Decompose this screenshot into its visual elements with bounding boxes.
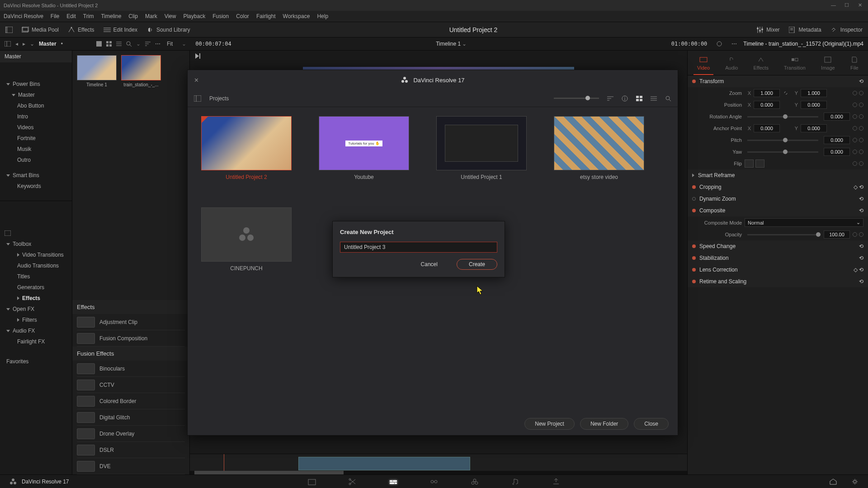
effects-toggle[interactable]: Effects [68,27,94,33]
keyframe-toggle[interactable] [853,91,857,95]
rotation-field[interactable]: 0.000 [824,113,850,121]
effects-header[interactable]: Effects [0,293,72,304]
cancel-button[interactable]: Cancel [409,259,449,270]
effect-item[interactable]: Adjustment Clip [77,314,185,330]
menu-item[interactable]: Workspace [283,13,310,19]
stabilization-header[interactable]: Stabilization⟲ [688,252,868,264]
project-card[interactable]: Untitled Project 2 [201,116,292,180]
thumbnail-size-slider[interactable] [554,98,599,99]
inspector-tab-file[interactable]: File [847,54,862,75]
scrollbar-handle[interactable] [194,471,344,474]
menu-item[interactable]: File [51,13,59,19]
zoom-x-field[interactable]: 1.000 [754,89,780,97]
edit-page-icon[interactable] [389,478,398,486]
composite-mode-dropdown[interactable]: Normal⌄ [745,218,863,227]
open-fx-item[interactable]: Filters [0,314,72,325]
effect-item[interactable]: Drone Overlay [77,426,185,442]
effect-item[interactable]: Colored Border [77,393,185,409]
timeline[interactable] [190,454,687,474]
search-icon[interactable] [126,41,132,47]
effect-item[interactable]: Binoculars [77,361,185,377]
zoom-fit-dropdown[interactable]: Fit [167,41,173,47]
timeline-clip[interactable] [298,457,470,470]
deliver-page-icon[interactable] [552,478,561,486]
project-card[interactable]: Youtube [319,116,409,180]
maximize-icon[interactable]: ☐ [844,2,851,9]
toolbox-item[interactable]: Audio Transitions [0,260,72,271]
anchor-y-field[interactable]: 0.000 [801,124,827,132]
more-icon[interactable]: ⋯ [731,41,737,47]
favorites-header[interactable]: Favorites [0,356,72,367]
effect-item[interactable]: DVE [77,458,185,474]
bin-view-icon[interactable] [5,41,11,47]
new-project-button[interactable]: New Project [524,418,575,430]
menu-item[interactable]: Edit [66,13,76,19]
close-icon[interactable]: ✕ [858,2,864,9]
toolbox-header[interactable]: Toolbox [0,239,72,249]
media-pool-toggle[interactable]: Media Pool [22,27,59,33]
inspector-tab-image[interactable]: Image [817,54,839,75]
menu-item[interactable]: Timeline [101,13,121,19]
grid-view-icon[interactable] [636,96,642,101]
more-icon[interactable]: ⋯ [155,41,160,47]
list-view-icon[interactable] [116,41,122,47]
fairlight-page-icon[interactable] [511,478,520,486]
metadata-toggle[interactable]: Metadata [789,27,821,33]
smart-reframe-header[interactable]: Smart Reframe [688,169,868,181]
mixer-toggle[interactable]: Mixer [756,27,779,33]
project-card[interactable]: CINEPUNCH [201,207,292,272]
list-view-icon[interactable] [651,96,657,101]
reset-icon[interactable]: ⟲ [859,78,863,84]
inspector-tab-video[interactable]: Video [693,54,713,75]
cut-page-icon[interactable] [348,478,357,486]
reset-prop-icon[interactable] [859,91,863,95]
media-thumb[interactable]: Timeline 1 [77,55,117,87]
project-card[interactable]: Untitled Project 1 [436,116,527,180]
yaw-field[interactable]: 0.000 [824,148,850,156]
bin-item[interactable]: Outro [0,155,72,165]
menu-item[interactable]: Playback [183,13,205,19]
sort-icon[interactable] [145,41,151,47]
bin-item[interactable]: Videos [0,122,72,133]
color-page-icon[interactable] [470,478,479,486]
close-button[interactable]: Close [634,418,669,430]
bin-item[interactable]: Musik [0,144,72,155]
grid-view-icon[interactable] [106,41,112,47]
sort-icon[interactable] [607,96,613,101]
toolbox-item[interactable]: Generators [0,282,72,293]
search-icon[interactable] [665,95,671,102]
power-bins-header[interactable]: Power Bins [0,79,72,89]
settings-icon[interactable] [851,478,859,485]
project-card[interactable]: etsy store video [554,116,644,180]
transform-header[interactable]: Transform⟲ [688,75,868,87]
speed-change-header[interactable]: Speed Change⟲ [688,240,868,252]
minimize-icon[interactable]: — [831,2,837,9]
anchor-x-field[interactable]: 0.000 [754,124,780,132]
effect-item[interactable]: CCTV [77,377,185,393]
master-bin-item[interactable]: Master [0,89,72,100]
yaw-slider[interactable] [747,151,818,153]
bin-item[interactable]: Abo Button [0,100,72,111]
info-icon[interactable] [622,95,628,102]
inspector-tab-transition[interactable]: Transition [780,54,809,75]
zoom-y-field[interactable]: 1.000 [801,89,827,97]
fusion-page-icon[interactable] [429,478,439,486]
edit-index-toggle[interactable]: Edit Index [104,27,137,33]
menu-item[interactable]: View [165,13,176,19]
project-name-input[interactable] [340,242,497,253]
create-button[interactable]: Create [457,259,497,270]
thumbnail-view-icon[interactable] [96,41,102,47]
bin-item[interactable]: Fortnite [0,133,72,144]
menu-item[interactable]: Help [317,13,328,19]
home-icon[interactable] [829,478,837,485]
flip-h-button[interactable] [745,160,754,168]
dynamic-zoom-header[interactable]: Dynamic Zoom⟲ [688,193,868,205]
toolbox-item[interactable]: Titles [0,271,72,282]
smart-bin-item[interactable]: Keywords [0,181,72,192]
opacity-field[interactable]: 100.00 [824,230,850,239]
cropping-header[interactable]: Cropping◇ ⟲ [688,181,868,193]
smart-bins-header[interactable]: Smart Bins [0,170,72,181]
menu-item[interactable]: Clip [128,13,138,19]
pitch-field[interactable]: 0.000 [824,136,850,144]
menu-item[interactable]: Trim [83,13,94,19]
